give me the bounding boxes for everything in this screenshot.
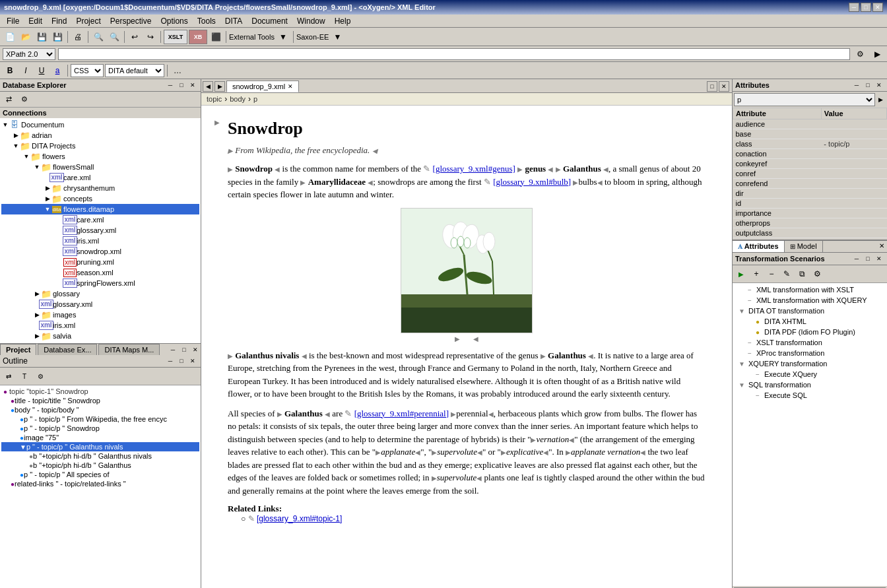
more-format-buttons[interactable]: … <box>170 63 185 78</box>
trans-edit-btn[interactable]: ✎ <box>779 267 794 281</box>
tree-item-concepts[interactable]: ▶ 📁 concepts <box>1 193 199 204</box>
attr-value-cell[interactable] <box>821 228 886 238</box>
tab-nav-close[interactable]: ✕ <box>719 81 729 92</box>
toggle-flowerssmall[interactable]: ▼ <box>33 163 41 171</box>
attr-table-row[interactable]: audience <box>733 119 887 129</box>
tab-close-button[interactable]: ✕ <box>288 83 293 90</box>
breadcrumb-topic[interactable]: topic <box>207 95 222 103</box>
toggle-images[interactable]: ▶ <box>33 311 41 319</box>
save-button[interactable]: 💾 <box>34 30 49 44</box>
attr-model-close-btn[interactable]: ✕ <box>876 241 887 252</box>
editor-content[interactable]: ▶ Snowdrop ▶ From Wikipedia, the free en… <box>201 106 732 588</box>
tree-item-documentum[interactable]: ▼ 🗄 Documentum <box>1 119 199 130</box>
menu-tools[interactable]: Tools <box>193 15 220 27</box>
tab-model[interactable]: ⊞ Model <box>785 241 823 252</box>
trans-add-btn[interactable]: + <box>749 267 764 281</box>
attr-value-cell[interactable] <box>821 119 886 129</box>
trans-settings-btn[interactable]: ⚙ <box>810 267 824 281</box>
menu-find[interactable]: Find <box>48 15 71 27</box>
trans-remove-btn[interactable]: − <box>764 267 779 281</box>
attr-value-cell[interactable] <box>821 159 886 169</box>
attr-table-row[interactable]: outputclass <box>733 228 887 238</box>
breadcrumb-body[interactable]: body <box>230 95 246 103</box>
attr-value-cell[interactable] <box>821 218 886 228</box>
trans-item-xquery-group[interactable]: ▼ XQUERY transformation <box>734 358 886 369</box>
saxon-dropdown[interactable]: ▼ <box>330 30 345 44</box>
outline-settings-btn[interactable]: ⚙ <box>33 369 48 383</box>
tree-item-care-xml[interactable]: ▶ xml care.xml <box>1 172 199 183</box>
bulb-link[interactable]: [glossary_9.xml#bulb] <box>493 177 571 187</box>
maximize-button[interactable]: □ <box>861 3 871 12</box>
attr-value-cell[interactable] <box>821 169 886 179</box>
trans-item-dita-xhtml[interactable]: ● DITA XHTML <box>734 316 886 327</box>
attr-value-cell[interactable] <box>821 149 886 159</box>
outline-minimize-btn[interactable]: ─ <box>165 356 176 366</box>
open-button[interactable]: 📂 <box>18 30 33 44</box>
menu-project[interactable]: Project <box>72 15 104 27</box>
find-next-button[interactable]: 🔍 <box>107 30 121 44</box>
sql-group-toggle[interactable]: ▼ <box>737 380 747 389</box>
attr-value-cell[interactable] <box>821 129 886 139</box>
tree-item-iris-xml-2[interactable]: ▶ xml iris.xml <box>1 320 199 331</box>
style-select[interactable]: CSS <box>71 64 104 77</box>
attr-table-row[interactable]: conkeyref <box>733 159 887 169</box>
element-select[interactable]: p <box>734 93 875 106</box>
undo-button[interactable]: ↩ <box>127 30 142 44</box>
genus-link[interactable]: [glossary_9.xml#genus] <box>433 164 515 174</box>
outline-item-p2[interactable]: ● p " - topic/p " Snowdrop <box>1 424 199 433</box>
db-minimize-button[interactable]: ─ <box>165 81 176 90</box>
tree-item-salvia[interactable]: ▶ 📁 salvia <box>1 331 199 341</box>
breadcrumb-p[interactable]: p <box>253 95 257 103</box>
tree-item-adrian[interactable]: ▶ 📁 adrian <box>1 130 199 141</box>
xslt-button[interactable]: XSLT <box>164 30 187 44</box>
outline-item-related-links[interactable]: ● related-links " - topic/related-links … <box>1 479 199 488</box>
tab-nav-right[interactable]: ▶ <box>214 81 225 92</box>
bottom-close-btn[interactable]: ✕ <box>190 345 201 354</box>
attr-table-row[interactable]: base <box>733 129 887 139</box>
debug-button[interactable]: ⬛ <box>209 30 223 44</box>
menu-help[interactable]: Help <box>331 15 355 27</box>
menu-edit[interactable]: Edit <box>24 15 46 27</box>
xquery-group-toggle[interactable]: ▼ <box>737 359 747 368</box>
toggle-salvia[interactable]: ▶ <box>33 332 41 340</box>
trans-item-execute-sql[interactable]: − Execute SQL <box>734 390 886 401</box>
xpath-input[interactable] <box>58 48 850 60</box>
tree-item-glossary-xml-2[interactable]: ▶ xml glossary.xml <box>1 299 199 310</box>
toggle-documentum[interactable]: ▼ <box>1 121 9 129</box>
attr-value-cell[interactable] <box>821 189 886 199</box>
attr-maximize-btn[interactable]: □ <box>863 81 873 90</box>
outline-item-b1[interactable]: ● b "+topic/ph hi-d/b " Galanthus nivals <box>1 451 199 461</box>
toggle-adrian[interactable]: ▶ <box>12 131 20 139</box>
attr-table-row[interactable]: dir <box>733 189 887 199</box>
outline-item-body[interactable]: ● body " - topic/body " <box>1 405 199 414</box>
attr-close-btn[interactable]: ✕ <box>874 81 884 90</box>
tree-item-flowers[interactable]: ▼ 📁 flowers <box>1 151 199 162</box>
tab-nav-maximize[interactable]: □ <box>707 81 717 92</box>
attr-table-row[interactable]: conref <box>733 169 887 179</box>
tree-item-care-xml-2[interactable]: ▶ xml care.xml <box>1 214 199 225</box>
redo-button[interactable]: ↪ <box>143 30 158 44</box>
toggle-glossary2[interactable]: ▶ <box>33 290 41 298</box>
editor-tab-snowdrop[interactable]: snowdrop_9.xml ✕ <box>226 81 299 92</box>
underline-button[interactable]: U <box>34 63 49 78</box>
trans-maximize-btn[interactable]: □ <box>863 254 873 263</box>
outline-item-b2[interactable]: ● b "+topic/ph hi-d/b " Galanthus <box>1 461 199 470</box>
outline-maximize-btn[interactable]: □ <box>176 356 187 366</box>
trans-item-xslt-trans[interactable]: − XSLT transformation <box>734 337 886 348</box>
toggle-concepts[interactable]: ▶ <box>44 195 51 203</box>
trans-item-dita-ot-group[interactable]: ▼ DITA OT transformation <box>734 306 886 316</box>
trans-item-xslt[interactable]: − XML transformation with XSLT <box>734 284 886 295</box>
outline-close-btn[interactable]: ✕ <box>187 356 198 366</box>
attr-value-cell[interactable] <box>821 199 886 209</box>
attr-table-row[interactable]: otherprops <box>733 218 887 228</box>
minimize-button[interactable]: ─ <box>849 3 859 12</box>
save-all-button[interactable]: 💾 <box>50 30 65 44</box>
external-tools-dropdown[interactable]: ▼ <box>276 30 290 44</box>
tree-item-pruning-xml[interactable]: ▶ xml pruning.xml <box>1 257 199 267</box>
trans-item-xquery[interactable]: − XML transformation with XQUERY <box>734 295 886 306</box>
tree-item-dita-projects[interactable]: ▼ 📁 DITA Projects <box>1 141 199 151</box>
db-settings-button[interactable]: ⚙ <box>17 92 32 107</box>
outline-sync-btn[interactable]: ⇄ <box>1 369 16 383</box>
tree-item-season-xml[interactable]: ▶ xml season.xml <box>1 267 199 278</box>
trans-play-btn[interactable]: ▶ <box>734 267 748 281</box>
